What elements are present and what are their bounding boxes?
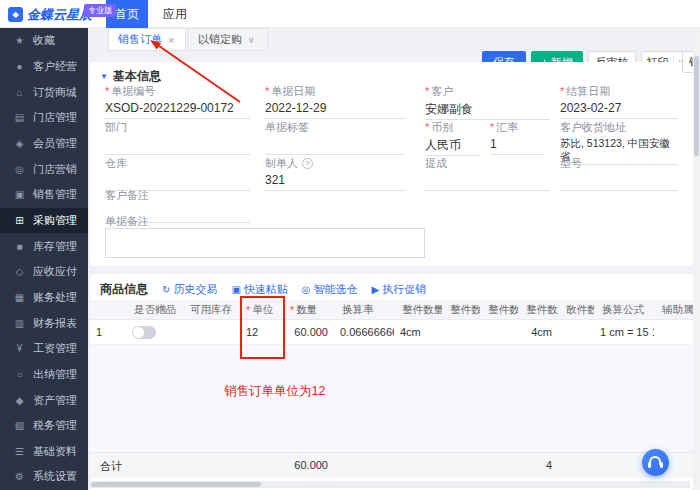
sidebar-item-label: 收藏: [33, 33, 55, 48]
department-input[interactable]: [105, 137, 250, 155]
sidebar-item-icon: ⌂: [13, 87, 26, 98]
help-float-button[interactable]: [642, 449, 669, 476]
gift-toggle[interactable]: [132, 326, 156, 339]
nav-tab-apps[interactable]: 应用: [154, 0, 196, 28]
loose-qty-cell[interactable]: [558, 320, 594, 344]
sidebar-item-label: 订货商城: [33, 85, 77, 100]
goods-toolbar-link[interactable]: ▶ 执行促销: [372, 282, 427, 297]
unit-cell[interactable]: 12: [240, 320, 284, 344]
horizontal-scrollbar-thumb[interactable]: [91, 482, 261, 487]
sidebar-item[interactable]: ▣ 销售管理: [0, 182, 88, 208]
sidebar-item[interactable]: ○ 出纳管理: [0, 362, 88, 388]
sidebar-item[interactable]: ⚙ 系统设置: [0, 464, 88, 490]
sidebar-item[interactable]: ▤ 门店管理: [0, 105, 88, 131]
sidebar-item[interactable]: ■ 库存管理: [0, 233, 88, 259]
sidebar-item-icon: ▤: [13, 112, 26, 123]
sidebar-item[interactable]: ◎ 门店营销: [0, 156, 88, 182]
bill-remark-textarea[interactable]: [105, 228, 425, 258]
table-row: 1 12 60.000 0.0666666667 4cm 4cm 1 cm = …: [90, 320, 693, 345]
vertical-scrollbar-thumb[interactable]: [694, 56, 699, 156]
commission-input[interactable]: [425, 173, 550, 191]
top-bar: ◆ 金蝶云星辰 专业版 首页 应用: [0, 0, 700, 28]
pack1-cell[interactable]: 4cm: [518, 320, 558, 344]
sidebar-item[interactable]: ◆ 资产管理: [0, 387, 88, 413]
sidebar-item-icon: ▥: [13, 318, 26, 329]
pack-qty-cell[interactable]: 4cm: [394, 320, 442, 344]
sidebar-item[interactable]: ⊞ 采购管理: [0, 208, 88, 234]
formula-cell[interactable]: 1 cm = 15 12: [594, 320, 654, 344]
sidebar-item[interactable]: ● 客户经营: [0, 54, 88, 80]
close-icon[interactable]: ×: [168, 34, 174, 46]
pack3-cell[interactable]: [442, 320, 480, 344]
field-settle-date: *结算日期 2023-02-27: [560, 84, 678, 119]
sidebar-item-label: 系统设置: [33, 469, 77, 484]
basic-info-panel: ▼ 基本信息 *单据编号 XSOD-20221229-00172 *单据日期 2…: [90, 62, 693, 266]
currency-input[interactable]: 人民币: [425, 137, 480, 156]
sidebar-item-icon: ☰: [13, 446, 26, 457]
total-row: 合计 60.000 4: [90, 452, 693, 478]
field-bill-tag: 单据标签: [265, 120, 405, 155]
total-label: 合计: [100, 459, 122, 474]
field-model: 型号: [560, 156, 678, 191]
field-bill-remark: 单据备注: [105, 214, 250, 228]
sidebar-item[interactable]: ▦ 账务处理: [0, 285, 88, 311]
aux-cell[interactable]: [654, 320, 693, 344]
sidebar-item-icon: ○: [13, 369, 26, 380]
goods-toolbar-link[interactable]: ↻ 历史交易: [162, 282, 217, 297]
table-header-cell: 是否赠品: [126, 301, 182, 319]
exchange-rate-input[interactable]: 1: [490, 137, 545, 155]
stock-cell[interactable]: [182, 320, 240, 344]
tab-sales-order[interactable]: 销售订单 ×: [108, 28, 186, 51]
kingdee-logo-icon: ◆: [8, 7, 23, 22]
sidebar-item-icon: ⚙: [13, 471, 26, 482]
goods-toolbar-link[interactable]: ◎ 智能选仓: [302, 282, 358, 297]
sidebar-item-label: 账务处理: [33, 290, 77, 305]
customer-input[interactable]: 安娜副食: [425, 101, 550, 120]
collapse-icon[interactable]: ▼: [100, 72, 108, 81]
creator-input[interactable]: 321: [265, 173, 405, 191]
tab-purchase-by-sales-label: 以销定购: [198, 32, 242, 47]
sidebar-item[interactable]: ⌂ 订货商城: [0, 79, 88, 105]
field-customer: *客户 安娜副食: [425, 84, 550, 120]
table-header-cell: 换算公式: [594, 301, 654, 319]
link-icon: ◎: [302, 284, 311, 295]
tab-purchase-by-sales[interactable]: 以销定购 ∨: [188, 28, 268, 51]
sidebar-item[interactable]: ◇ 应收应付: [0, 259, 88, 285]
model-input[interactable]: [560, 173, 678, 191]
table-header-cell: 整件数量: [394, 301, 442, 319]
tab-sales-order-label: 销售订单: [118, 32, 162, 47]
table-header: 是否赠品 可用库存 *单位 *数量 换算率 整件数量 整件数3 整件数2 整件数…: [90, 300, 693, 320]
sidebar-item-icon: ■: [13, 241, 26, 252]
field-bill-date: *单据日期 2022-12-29: [265, 84, 405, 119]
sidebar-item-icon: ⊞: [13, 215, 26, 226]
sidebar-item-label: 门店管理: [33, 110, 77, 125]
section-basic-info[interactable]: ▼ 基本信息: [100, 68, 161, 85]
sidebar-item[interactable]: ★ 收藏: [0, 28, 88, 54]
pack2-cell[interactable]: [480, 320, 518, 344]
sidebar-item[interactable]: ☰ 基础资料: [0, 439, 88, 465]
sidebar-item[interactable]: ◈ 会员管理: [0, 131, 88, 157]
table-header-cell: 换算率: [334, 301, 394, 319]
goods-panel: 商品信息 ↻ 历史交易 ▣ 快速粘贴 ◎ 智能选仓 ▶ 执行促销 是否赠品 可用…: [90, 274, 693, 490]
sidebar-item[interactable]: ▥ 财务报表: [0, 310, 88, 336]
row-number-cell[interactable]: 1: [90, 320, 126, 344]
table-header-cell: 整件数1: [518, 301, 558, 319]
sidebar-item-icon: ◎: [13, 164, 26, 175]
sidebar-item[interactable]: ¥ 工资管理: [0, 336, 88, 362]
sidebar-item-label: 会员管理: [33, 136, 77, 151]
bill-no-input[interactable]: XSOD-20221229-00172: [105, 101, 250, 119]
chevron-down-icon[interactable]: ∨: [248, 35, 255, 45]
table-empty-area: [90, 345, 693, 452]
bill-tag-input[interactable]: [265, 137, 405, 155]
qty-cell[interactable]: 60.000: [284, 320, 334, 344]
goods-toolbar-link[interactable]: ▣ 快速粘贴: [231, 282, 287, 297]
rate-cell[interactable]: 0.0666666667: [334, 320, 394, 344]
field-commission: 提成: [425, 156, 550, 191]
sidebar-item[interactable]: ▧ 税务管理: [0, 413, 88, 439]
gift-cell: [126, 320, 182, 344]
settle-date-input[interactable]: 2023-02-27: [560, 101, 678, 119]
info-icon[interactable]: ?: [302, 158, 313, 169]
table-header-cell: *单位: [240, 301, 284, 319]
sidebar-item-icon: ▦: [13, 292, 26, 303]
bill-date-input[interactable]: 2022-12-29: [265, 101, 405, 119]
